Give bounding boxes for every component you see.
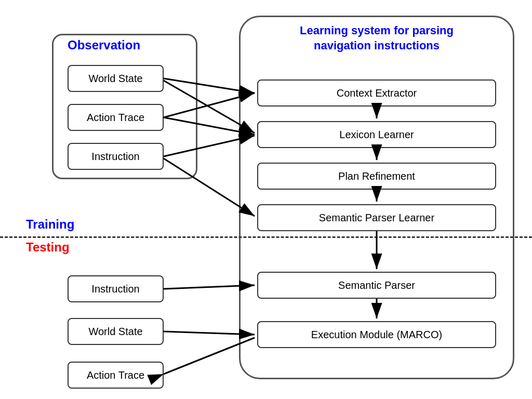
context-extractor-box: Context Extractor: [257, 79, 496, 107]
execution-module-box: Execution Module (MARCO): [257, 321, 496, 348]
diagram-container: Learning system for parsing navigation i…: [0, 0, 532, 399]
train-action-trace-box: Action Trace: [68, 104, 164, 131]
train-world-state-box: World State: [68, 65, 164, 92]
test-action-trace-box: Action Trace: [68, 362, 164, 389]
train-instruction-box: Instruction: [68, 143, 164, 170]
testing-label: Testing: [26, 240, 70, 255]
learning-system-title: Learning system for parsing navigation i…: [265, 23, 488, 53]
test-instruction-box: Instruction: [68, 275, 164, 302]
semantic-parser-learner-box: Semantic Parser Learner: [257, 204, 496, 231]
divider-line: [0, 236, 532, 238]
training-label: Training: [26, 217, 74, 232]
lexicon-learner-box: Lexicon Learner: [257, 121, 496, 148]
semantic-parser-box: Semantic Parser: [257, 272, 496, 299]
observation-label: Observation: [68, 38, 140, 52]
test-world-state-box: World State: [68, 318, 164, 345]
plan-refinement-box: Plan Refinement: [257, 163, 496, 190]
